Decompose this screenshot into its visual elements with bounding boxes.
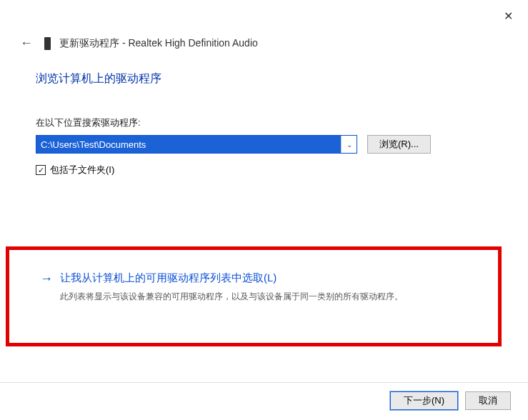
path-combobox[interactable]: C:\Users\Test\Documents ⌄ (36, 135, 357, 154)
footer-buttons: 下一步(N) 取消 (390, 391, 511, 410)
close-button[interactable]: ✕ (498, 6, 518, 26)
option-row: → 让我从计算机上的可用驱动程序列表中选取(L) (40, 271, 492, 287)
title-device: Realtek High Definition Audio (128, 37, 257, 49)
chevron-down-icon[interactable]: ⌄ (341, 136, 357, 153)
check-icon: ✓ (38, 166, 44, 174)
footer-separator (0, 382, 528, 383)
option-description: 此列表将显示与该设备兼容的可用驱动程序，以及与该设备属于同一类别的所有驱动程序。 (60, 290, 492, 303)
search-location-label: 在以下位置搜索驱动程序: (36, 116, 499, 129)
title-prefix: 更新驱动程序 (59, 37, 119, 49)
include-subfolders-checkbox[interactable]: ✓ (36, 165, 46, 175)
back-button[interactable]: ← (17, 34, 36, 52)
option-title: 让我从计算机上的可用驱动程序列表中选取(L) (60, 271, 277, 285)
arrow-right-icon: → (40, 271, 53, 287)
main-content: 浏览计算机上的驱动程序 在以下位置搜索驱动程序: C:\Users\Test\D… (36, 71, 499, 176)
path-value: C:\Users\Test\Documents (36, 136, 341, 153)
path-row: C:\Users\Test\Documents ⌄ 浏览(R)... (36, 135, 499, 154)
include-subfolders-row[interactable]: ✓ 包括子文件夹(I) (36, 164, 499, 176)
next-button[interactable]: 下一步(N) (390, 391, 458, 410)
cancel-button[interactable]: 取消 (465, 391, 511, 410)
window-title: 更新驱动程序 - Realtek High Definition Audio (59, 37, 258, 50)
page-title: 浏览计算机上的驱动程序 (36, 71, 499, 86)
close-icon: ✕ (504, 9, 513, 23)
device-icon (44, 37, 51, 50)
include-subfolders-label: 包括子文件夹(I) (50, 164, 114, 176)
arrow-left-icon: ← (20, 36, 33, 50)
wizard-header: ← 更新驱动程序 - Realtek High Definition Audio (17, 34, 258, 52)
browse-button[interactable]: 浏览(R)... (367, 135, 431, 154)
pick-from-list-option[interactable]: → 让我从计算机上的可用驱动程序列表中选取(L) 此列表将显示与该设备兼容的可用… (40, 271, 492, 303)
